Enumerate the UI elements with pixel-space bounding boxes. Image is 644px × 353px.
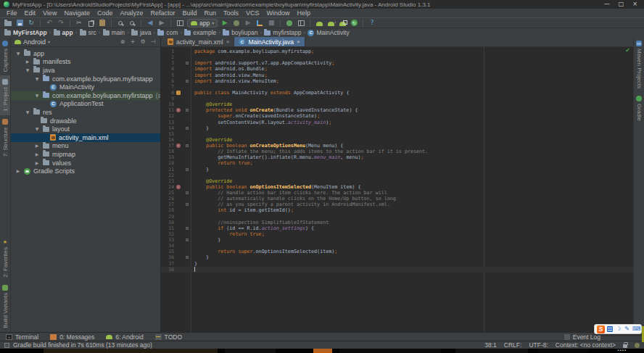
project-view-selector[interactable]: Android — [23, 38, 46, 46]
fold-marker-icon[interactable] — [186, 256, 189, 259]
fold-marker-icon[interactable] — [186, 238, 189, 241]
code-line-30[interactable]: 30 //noinspection SimplifiableIfStatemen… — [161, 220, 633, 225]
redo-icon[interactable]: ↷ — [57, 19, 65, 28]
line-number[interactable]: 5 — [161, 72, 174, 78]
fold-marker-icon[interactable] — [186, 191, 189, 194]
code-line-23[interactable]: 23 @Override — [161, 178, 633, 184]
sidebar-item-structure[interactable]: 7: Structure — [0, 115, 10, 160]
sync-icon[interactable]: ↻ — [27, 19, 36, 28]
hide-panel-icon[interactable]: ⊣ — [149, 39, 157, 45]
toolwindow-toggle-icon[interactable] — [4, 343, 9, 348]
run-icon[interactable]: ▶ — [220, 19, 229, 28]
chevron-right-icon[interactable]: ▶ — [34, 152, 40, 157]
chevron-down-icon[interactable]: ▼ — [25, 68, 30, 72]
line-number[interactable]: 6 — [161, 78, 174, 84]
code-line-10[interactable]: 10 @Override — [161, 101, 633, 107]
fold-marker-icon[interactable] — [186, 62, 189, 65]
fold-marker-icon[interactable] — [186, 144, 189, 147]
sidebar-item-maven-projects[interactable]: mMaven Projects — [634, 37, 644, 92]
line-number[interactable]: 2 — [161, 54, 174, 60]
menu-view[interactable]: View — [39, 9, 60, 17]
code-line-38[interactable]: 38 — [161, 267, 633, 273]
tree-item-applicationtest[interactable]: ApplicationTest — [11, 100, 160, 109]
undo-icon[interactable]: ↶ — [45, 19, 54, 28]
menu-window[interactable]: Window — [263, 9, 294, 17]
help-icon[interactable]: ? — [368, 19, 376, 28]
code-line-28[interactable]: 28 int id = item.getItemId(); — [161, 207, 633, 213]
minimize-button[interactable]: — — [604, 1, 610, 7]
tree-item-drawable[interactable]: drawable — [11, 117, 160, 125]
line-number[interactable]: 15 — [161, 131, 174, 137]
code-line-27[interactable]: 27 // as you specify a parent activity i… — [161, 202, 633, 207]
line-number[interactable]: 12 — [161, 113, 174, 119]
fold-marker-icon[interactable] — [186, 227, 189, 230]
tree-item-java[interactable]: ▼java — [11, 66, 160, 75]
chevron-down-icon[interactable]: ▼ — [34, 127, 40, 131]
night-mode-icon[interactable]: ☽ — [615, 326, 622, 332]
chevron-down-icon[interactable]: ▼ — [34, 77, 40, 81]
menu-build[interactable]: Build — [178, 9, 200, 17]
line-number[interactable]: 34 — [161, 243, 174, 249]
line-number[interactable]: 16 — [161, 137, 174, 143]
chevron-right-icon[interactable]: ▶ — [34, 161, 40, 165]
layout-selector-icon[interactable] — [176, 19, 184, 28]
stop-icon[interactable]: ■ — [267, 19, 276, 28]
code-line-34[interactable]: 34 — [161, 243, 633, 249]
line-number[interactable]: 7 — [161, 84, 174, 90]
tab-mainactivity-java[interactable]: MainActivity.java× — [234, 37, 305, 46]
skin-brush-icon[interactable]: ✎ — [624, 326, 630, 332]
line-number[interactable]: 3 — [161, 60, 174, 66]
tree-item-mainactivity[interactable]: MainActivity — [11, 83, 160, 91]
code-line-20[interactable]: 20 return true; — [161, 160, 633, 166]
copy-icon[interactable] — [86, 19, 95, 28]
class-marker-icon[interactable] — [176, 91, 181, 95]
gradle-sync-icon[interactable]: ↻ — [350, 19, 358, 28]
menu-file[interactable]: File — [3, 9, 21, 17]
menu-navigate[interactable]: Navigate — [60, 9, 94, 17]
code-line-3[interactable]: 3import android.support.v7.app.AppCompat… — [161, 60, 633, 66]
line-number[interactable]: 26 — [161, 196, 174, 202]
line-ending-selector[interactable]: CRLF: — [504, 341, 522, 349]
sidebar-item-favorites[interactable]: ★2: Favorites — [0, 236, 10, 281]
code-line-15[interactable]: 15 — [161, 131, 633, 137]
line-number[interactable]: 25 — [161, 190, 174, 196]
tab-activity-main-xml[interactable]: activity_main.xml× — [163, 37, 234, 46]
chevron-down-icon[interactable]: ▼ — [34, 94, 40, 98]
fold-marker-icon[interactable] — [186, 127, 189, 130]
code-line-32[interactable]: 32 return true; — [161, 231, 633, 237]
line-number[interactable]: 32 — [161, 231, 174, 237]
line-number[interactable]: 36 — [161, 254, 174, 260]
virtual-keyboard-icon[interactable]: ⌨ — [632, 326, 639, 332]
event-log-button[interactable]: Event Log — [564, 333, 600, 341]
caret-position[interactable]: 38:1 — [484, 341, 497, 349]
tree-item-com-example-boyliupan-myfirstapp[interactable]: ▼com.example.boyliupan.myfirstapp (andro… — [11, 91, 160, 100]
tree-item-app[interactable]: ▼app — [11, 49, 160, 58]
chevron-down-icon[interactable]: ▼ — [25, 110, 30, 115]
lock-icon[interactable] — [623, 344, 627, 348]
run-configuration-selector[interactable]: app▾ — [187, 19, 218, 28]
fold-marker-icon[interactable] — [186, 80, 189, 83]
line-number[interactable]: 27 — [161, 202, 174, 207]
code-line-26[interactable]: 26 // automatically handle clicks on the… — [161, 196, 633, 202]
menu-help[interactable]: Help — [294, 9, 315, 17]
paste-icon[interactable] — [98, 19, 107, 28]
cut-icon[interactable]: ✂ — [75, 19, 83, 28]
encoding-selector[interactable]: UTF-8: — [529, 341, 548, 349]
tree-item-layout[interactable]: ▼layout — [11, 125, 160, 133]
menu-run[interactable]: Run — [201, 9, 220, 17]
maximize-button[interactable]: □ — [619, 1, 624, 7]
line-number[interactable]: 17 — [161, 143, 174, 149]
code-line-1[interactable]: 1package com.example.boyliupan.myfirstap… — [161, 49, 633, 54]
breadcrumb-boyliupan[interactable]: boyliupan — [223, 29, 257, 36]
code-line-29[interactable]: 29 — [161, 214, 633, 220]
menu-tools[interactable]: Tools — [220, 9, 242, 17]
close-icon[interactable]: × — [297, 38, 300, 45]
line-number[interactable]: 4 — [161, 66, 174, 72]
line-number[interactable]: 28 — [161, 207, 174, 213]
line-number[interactable]: 20 — [161, 160, 174, 166]
collapse-all-icon[interactable]: ⊗ — [119, 39, 126, 45]
breadcrumb-src[interactable]: src — [80, 29, 96, 36]
toolwindow-button-todo[interactable]: TODO — [155, 333, 182, 341]
line-number[interactable]: 24 — [161, 184, 174, 190]
code-line-24[interactable]: 24↑ public boolean onOptionsItemSelected… — [161, 184, 633, 190]
